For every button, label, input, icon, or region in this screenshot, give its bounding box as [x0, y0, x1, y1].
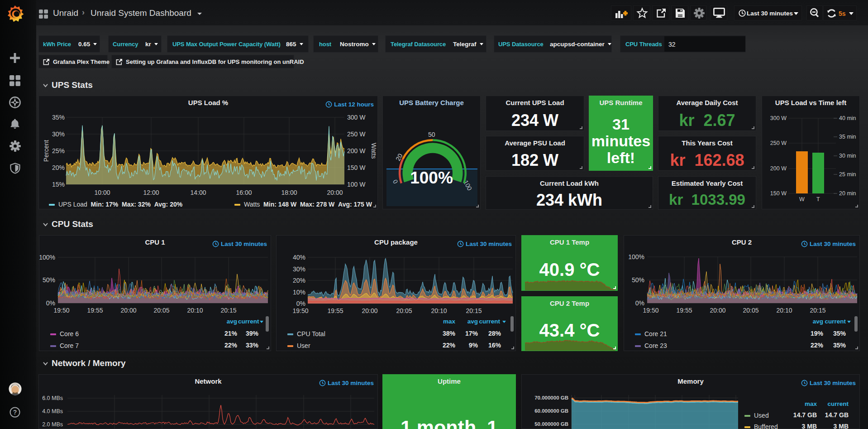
svg-text:?: ?	[13, 409, 17, 416]
